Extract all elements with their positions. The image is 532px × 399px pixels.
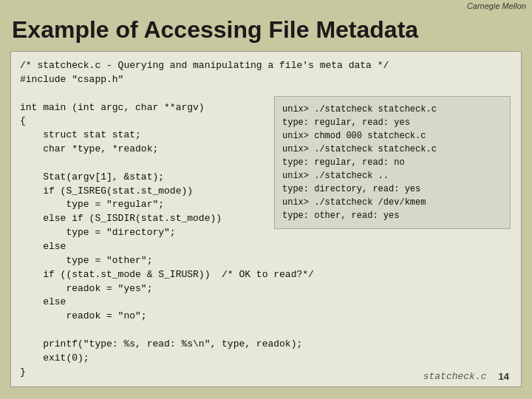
footer-area: statcheck.c 14 <box>423 371 509 382</box>
header-bar: Carnegie Mellon <box>0 0 532 12</box>
page-number: 14 <box>499 371 509 382</box>
footer-filename: statcheck.c <box>423 371 487 382</box>
content-area: /* statcheck.c - Querying and manipulati… <box>10 51 522 387</box>
output-box: unix> ./statcheck statcheck.c type: regu… <box>274 96 511 229</box>
institution-label: Carnegie Mellon <box>467 1 526 10</box>
slide-title: Example of Accessing File Metadata <box>0 12 532 51</box>
